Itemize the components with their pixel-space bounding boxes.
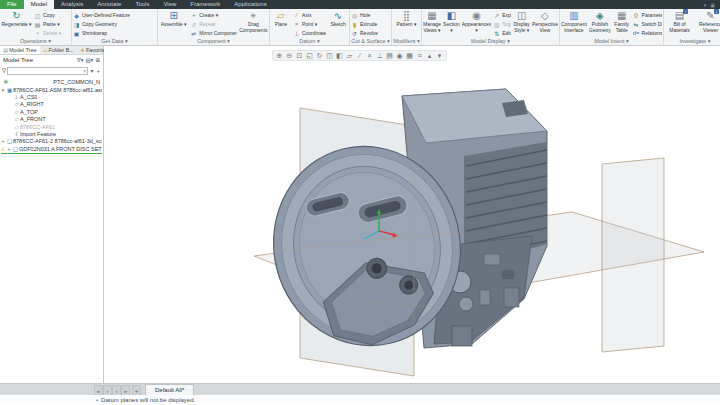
- tree-search-input[interactable]: [8, 68, 83, 74]
- point-button[interactable]: ×Point ▾: [293, 20, 326, 28]
- previous-view-icon[interactable]: ▴: [425, 51, 434, 60]
- paste-button[interactable]: ▤Paste ▾: [34, 20, 61, 28]
- reference-viewer-button[interactable]: ✎i Reference Viewer: [696, 10, 720, 33]
- tree-row-scan-part[interactable]: + ▢ 8786CC-AF61-2 8786cc-af61-3d_sca: [0, 138, 103, 145]
- next-view-icon[interactable]: ▾: [435, 51, 444, 60]
- datum-group-label[interactable]: Datum ▾: [270, 37, 349, 45]
- ribbon-options-icon[interactable]: ▾: [704, 2, 707, 8]
- tree-settings-icon[interactable]: ⊞: [95, 57, 100, 63]
- edit-position-button[interactable]: ⇅Edit Position: [493, 29, 511, 37]
- graphics-area[interactable]: ⊕ ⊖ ⊡ ◱ ↻ ◫ ◧ ▱ ∕ × ⊥ ▤ ◉ ▦ ≡ ▴ ▾: [104, 46, 720, 383]
- user-defined-feature-button[interactable]: ◆User-Defined Feature: [73, 11, 130, 19]
- modifiers-group-label[interactable]: Modifiers ▾: [392, 37, 421, 45]
- tab-annotate[interactable]: Annotate: [90, 0, 128, 9]
- saved-orientations-icon[interactable]: ≡: [415, 51, 424, 60]
- copy-button[interactable]: ◫Copy: [34, 11, 61, 19]
- shrinkwrap-button[interactable]: ▣Shrinkwrap: [73, 29, 130, 37]
- repaint-icon[interactable]: ↻: [315, 51, 324, 60]
- zoom-box-icon[interactable]: ⊡: [295, 51, 304, 60]
- hole-button[interactable]: ◎Hole: [351, 11, 378, 19]
- axis-button[interactable]: ∕Axis: [293, 11, 326, 19]
- window-tab-default-all[interactable]: Default All*: [145, 384, 194, 395]
- point-display-icon[interactable]: ×: [365, 51, 374, 60]
- tab-tools[interactable]: Tools: [128, 0, 156, 9]
- minimize-ribbon-icon[interactable]: ▣: [710, 2, 715, 8]
- drag-components-button[interactable]: ⌖ Drag Components: [239, 10, 268, 33]
- tab-model[interactable]: Model: [24, 0, 54, 9]
- operations-group-label[interactable]: Operations ▾: [0, 37, 71, 45]
- tab-view[interactable]: View: [156, 0, 183, 9]
- manage-views-button[interactable]: ▦ Manage Views ▾: [423, 10, 441, 33]
- display-style-icon[interactable]: ◫: [325, 51, 334, 60]
- previous-window-icon[interactable]: ‹: [103, 385, 112, 395]
- tree-row-import-feature[interactable]: ⇩ Import Feature: [0, 130, 103, 137]
- plane-button[interactable]: ▱ Plane: [271, 10, 291, 28]
- family-table-button[interactable]: ▦ Family Table: [613, 10, 631, 33]
- annotation-display-icon[interactable]: ▤: [385, 51, 394, 60]
- tree-row-a-right[interactable]: ▱ A_RIGHT: [0, 101, 103, 108]
- toggle-status-button[interactable]: ▥Toggle Status: [493, 20, 511, 28]
- delete-button[interactable]: ×Delete ▾: [34, 29, 61, 37]
- investigate-group-label[interactable]: Investigate ▾: [664, 37, 720, 45]
- perspective-view-button[interactable]: ◇ Perspective View: [532, 10, 558, 33]
- view-manager-icon[interactable]: ▦: [405, 51, 414, 60]
- sketch-button[interactable]: ∿ Sketch: [328, 10, 348, 28]
- first-window-icon[interactable]: «: [94, 385, 103, 395]
- regenerate-button[interactable]: ↻ Regenerate ▾: [1, 10, 32, 28]
- switch-dimensions-button[interactable]: ⇆Switch Dimensions: [633, 20, 662, 28]
- tree-row-front-disc[interactable]: ⚠ + ▢ GDF02N031 A FRONT DISC SET SU: [0, 145, 103, 152]
- pattern-button[interactable]: ⣿ Pattern ▾: [393, 10, 420, 28]
- appearances-button[interactable]: ◉ Appearances ▾: [462, 10, 491, 33]
- new-window-icon[interactable]: +: [132, 385, 141, 395]
- tree-row-a-top[interactable]: ▱ A_TOP: [0, 108, 103, 115]
- model-intent-group-label[interactable]: Model Intent ▾: [560, 37, 663, 45]
- parameters-button[interactable]: {}Parameters: [633, 11, 662, 19]
- active-model-row[interactable]: ∗ PTC_COMMON_N: [0, 78, 103, 86]
- create-component-button[interactable]: +Create ▾: [190, 11, 237, 19]
- mirror-component-button[interactable]: ⇄Mirror Component: [190, 29, 237, 37]
- csys-display-icon[interactable]: ⊥: [375, 51, 384, 60]
- tree-columns-icon[interactable]: ▤▾: [85, 57, 93, 63]
- next-window-icon[interactable]: ›: [112, 385, 121, 395]
- section-button[interactable]: ◧ Section ▾: [443, 10, 460, 33]
- axis-display-icon[interactable]: ∕: [355, 51, 364, 60]
- cut-surface-group-label[interactable]: Cut & Surface ▾: [350, 37, 391, 45]
- spin-center-icon[interactable]: ◉: [395, 51, 404, 60]
- assemble-button[interactable]: ⊞ Assemble ▾: [159, 10, 188, 28]
- repeat-button[interactable]: ↺Repeat: [190, 20, 237, 28]
- exploded-view-button[interactable]: ↗Exploded View: [493, 11, 511, 19]
- copy-geometry-button[interactable]: ◨Copy Geometry: [73, 20, 130, 28]
- refit-icon[interactable]: ◱: [305, 51, 314, 60]
- tab-framework[interactable]: Framework: [183, 0, 227, 9]
- tree-row-a-front[interactable]: ▱ A_FRONT: [0, 116, 103, 123]
- publish-geometry-button[interactable]: ◈ Publish Geometry: [589, 10, 611, 33]
- model-display-group-label[interactable]: Model Display ▾: [422, 37, 559, 45]
- component-interface-button[interactable]: ▥ Component Interface: [561, 10, 587, 33]
- bill-of-materials-button[interactable]: ▤i Bill of Materials: [665, 10, 694, 33]
- filter-funnel-icon[interactable]: ∇: [2, 67, 6, 74]
- filter-caret-icon[interactable]: ▾: [89, 67, 94, 74]
- datum-plane-right[interactable]: [602, 158, 664, 352]
- clear-search-icon[interactable]: ×: [83, 68, 88, 74]
- display-style-button[interactable]: ◫ Display Style ▾: [513, 10, 529, 33]
- last-window-icon[interactable]: »: [121, 385, 130, 395]
- tree-row-suppressed[interactable]: ▱ 8786CC-AF61: [0, 123, 103, 130]
- tree-row-assembly[interactable]: ▾ ▣ 8786CC-AF61.ASM 8786cc-af61.asm: [0, 86, 103, 93]
- tree-filters-icon[interactable]: ∇▾: [77, 57, 83, 63]
- tree-row-csys[interactable]: ⊥ A_CS0: [0, 93, 103, 100]
- tab-analysis[interactable]: Analysis: [54, 0, 90, 9]
- extrude-button[interactable]: ▮Extrude: [351, 20, 378, 28]
- relations-button[interactable]: d=Relations: [633, 29, 662, 37]
- plane-display-icon[interactable]: ▱: [345, 51, 354, 60]
- revolve-button[interactable]: ↺Revolve: [351, 29, 378, 37]
- zoom-out-icon[interactable]: ⊖: [285, 51, 294, 60]
- coordinate-system-button[interactable]: ⊥Coordinate System: [293, 29, 326, 37]
- tab-file[interactable]: File: [0, 0, 24, 9]
- filter-add-icon[interactable]: +: [95, 68, 101, 74]
- section-view-icon[interactable]: ◧: [335, 51, 344, 60]
- component-group-label[interactable]: Component ▾: [158, 37, 269, 45]
- tab-model-tree[interactable]: ▤ Model Tree: [0, 46, 40, 54]
- tab-applications[interactable]: Applications: [227, 0, 273, 9]
- get-data-group-label[interactable]: Get Data ▾: [72, 37, 157, 45]
- tab-folder-browser[interactable]: ▭ Folder B...: [40, 46, 77, 54]
